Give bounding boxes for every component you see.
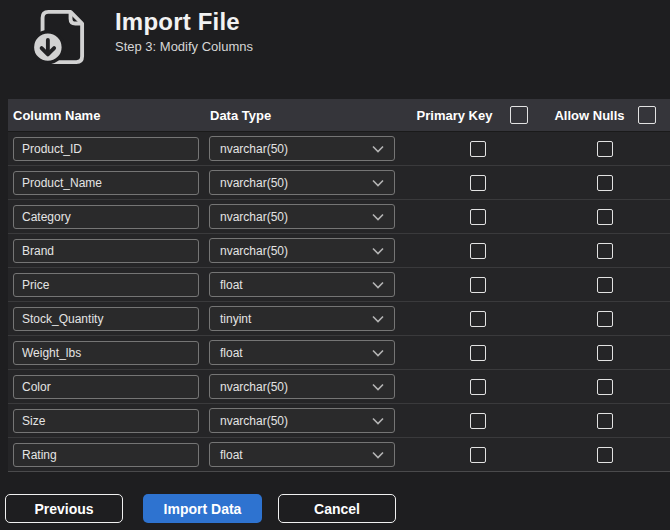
primary-key-cell [405,379,540,395]
dialog-footer: Previous Import Data Cancel [5,494,396,523]
allow-nulls-checkbox[interactable] [597,277,613,293]
data-type-select[interactable]: tinyint [209,306,395,331]
primary-key-checkbox[interactable] [470,277,486,293]
primary-key-checkbox[interactable] [470,311,486,327]
data-type-select[interactable]: float [209,272,395,297]
data-type-select[interactable]: float [209,340,395,365]
column-name-input[interactable] [13,239,199,263]
data-type-value: nvarchar(50) [220,244,288,258]
allow-nulls-checkbox[interactable] [597,243,613,259]
column-name-cell [8,273,205,297]
allow-nulls-checkbox[interactable] [597,209,613,225]
primary-key-checkbox[interactable] [470,141,486,157]
primary-key-header-label: Primary Key [417,108,493,123]
data-type-select[interactable]: nvarchar(50) [209,408,395,433]
column-name-input[interactable] [13,273,199,297]
data-type-value: tinyint [220,312,251,326]
data-type-select[interactable]: nvarchar(50) [209,238,395,263]
allow-nulls-cell [540,277,670,293]
allow-nulls-cell [540,447,670,463]
cancel-button[interactable]: Cancel [278,494,396,523]
allow-nulls-checkbox[interactable] [597,175,613,191]
allow-nulls-cell [540,243,670,259]
table-row: float [8,336,670,370]
data-type-select[interactable]: nvarchar(50) [209,204,395,229]
allow-nulls-checkbox[interactable] [597,141,613,157]
previous-button[interactable]: Previous [5,494,123,523]
table-row: nvarchar(50) [8,200,670,234]
primary-key-cell [405,209,540,225]
col-header-allow-nulls: Allow Nulls [540,106,670,124]
import-file-dialog: Import File Step 3: Modify Columns Colum… [0,0,670,99]
data-type-select[interactable]: nvarchar(50) [209,374,395,399]
primary-key-checkbox[interactable] [470,209,486,225]
column-name-input[interactable] [13,409,199,433]
column-name-cell [8,409,205,433]
primary-key-checkbox[interactable] [470,175,486,191]
primary-key-cell [405,345,540,361]
table-row: float [8,438,670,472]
chevron-down-icon [372,315,384,323]
column-name-cell [8,205,205,229]
primary-key-checkbox[interactable] [470,447,486,463]
table-row: nvarchar(50) [8,132,670,166]
col-header-primary-key: Primary Key [405,106,540,124]
primary-key-checkbox[interactable] [470,345,486,361]
primary-key-checkbox[interactable] [470,243,486,259]
allow-nulls-cell [540,311,670,327]
primary-key-checkbox[interactable] [470,413,486,429]
data-type-select[interactable]: nvarchar(50) [209,170,395,195]
column-name-input[interactable] [13,443,199,467]
column-name-cell [8,137,205,161]
col-header-column-name: Column Name [8,108,205,123]
column-name-input[interactable] [13,171,199,195]
column-name-input[interactable] [13,205,199,229]
primary-key-cell [405,277,540,293]
step-subtitle: Step 3: Modify Columns [115,39,253,54]
data-type-cell: nvarchar(50) [205,204,405,229]
column-name-cell [8,443,205,467]
allow-nulls-select-all-checkbox[interactable] [638,106,656,124]
allow-nulls-checkbox[interactable] [597,311,613,327]
primary-key-cell [405,447,540,463]
data-type-select[interactable]: float [209,442,395,467]
allow-nulls-cell [540,413,670,429]
dialog-header: Import File Step 3: Modify Columns [0,0,670,99]
page-title: Import File [115,9,253,35]
allow-nulls-checkbox[interactable] [597,345,613,361]
column-name-input[interactable] [13,375,199,399]
primary-key-select-all-checkbox[interactable] [510,106,528,124]
primary-key-checkbox[interactable] [470,379,486,395]
data-type-select[interactable]: nvarchar(50) [209,136,395,161]
column-name-cell [8,171,205,195]
allow-nulls-checkbox[interactable] [597,447,613,463]
table-row: nvarchar(50) [8,370,670,404]
allow-nulls-header-label: Allow Nulls [554,108,624,123]
allow-nulls-checkbox[interactable] [597,413,613,429]
column-name-cell [8,341,205,365]
data-type-cell: nvarchar(50) [205,170,405,195]
primary-key-cell [405,311,540,327]
data-type-value: float [220,448,243,462]
table-row: float [8,268,670,302]
column-name-input[interactable] [13,137,199,161]
allow-nulls-cell [540,379,670,395]
columns-table: Column Name Data Type Primary Key Allow … [8,99,670,472]
data-type-value: nvarchar(50) [220,380,288,394]
col-header-data-type: Data Type [205,108,405,123]
chevron-down-icon [372,349,384,357]
data-type-cell: nvarchar(50) [205,136,405,161]
data-type-value: float [220,278,243,292]
import-data-button[interactable]: Import Data [143,494,262,523]
chevron-down-icon [372,145,384,153]
data-type-cell: float [205,340,405,365]
data-type-cell: tinyint [205,306,405,331]
primary-key-cell [405,243,540,259]
column-name-input[interactable] [13,307,199,331]
allow-nulls-checkbox[interactable] [597,379,613,395]
data-type-value: nvarchar(50) [220,176,288,190]
column-name-input[interactable] [13,341,199,365]
primary-key-cell [405,141,540,157]
data-type-cell: float [205,272,405,297]
column-name-cell [8,375,205,399]
